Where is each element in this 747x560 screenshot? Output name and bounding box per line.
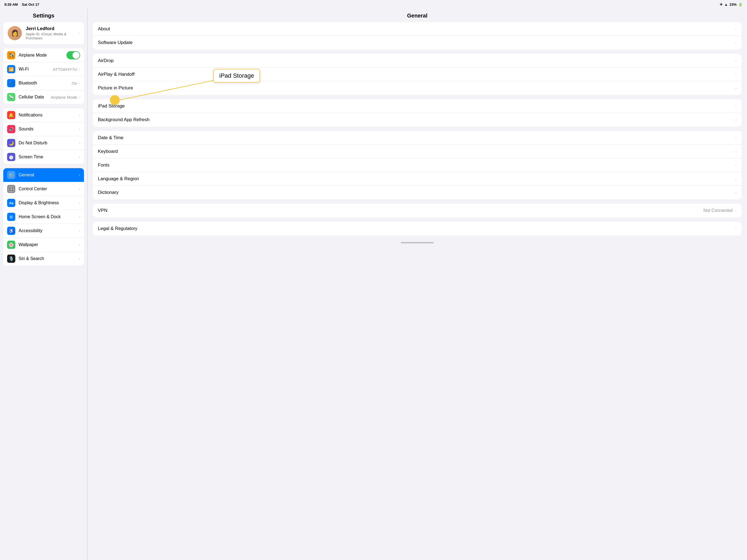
- sidebar-item-general[interactable]: ⚙️ General ›: [3, 168, 84, 182]
- content-group-3: iPad Storage › Background App Refresh ›: [93, 99, 742, 127]
- sidebar-item-control-center[interactable]: 🎛️ Control Center ›: [3, 182, 84, 196]
- profile-section[interactable]: 👩 Jerri Ledford Apple ID, iCloud, Media …: [3, 22, 84, 44]
- about-chevron: ›: [735, 27, 737, 31]
- content-group-6: Legal & Regulatory ›: [93, 222, 742, 235]
- screen-time-icon: ⏱️: [7, 153, 15, 161]
- content-item-vpn[interactable]: VPN Not Connected ›: [93, 204, 742, 218]
- sidebar-item-siri-search[interactable]: 🎙️ Siri & Search ›: [3, 252, 84, 265]
- accessibility-icon: ♿: [7, 227, 15, 235]
- airplay-handoff-label: AirPlay & Handoff: [98, 72, 734, 77]
- content-item-ipad-storage[interactable]: iPad Storage ›: [93, 99, 742, 113]
- keyboard-chevron: ›: [735, 149, 737, 154]
- content-item-background-refresh[interactable]: Background App Refresh ›: [93, 113, 742, 127]
- content-group-2: AirDrop › AirPlay & Handoff › Picture in…: [93, 54, 742, 95]
- wallpaper-chevron: ›: [79, 243, 80, 247]
- general-label: General: [19, 173, 79, 177]
- ipad-storage-label: iPad Storage: [98, 103, 734, 109]
- content-item-airplay-handoff[interactable]: AirPlay & Handoff ›: [93, 68, 742, 81]
- content-item-picture-in-picture[interactable]: Picture in Picture ›: [93, 81, 742, 95]
- general-icon: ⚙️: [7, 171, 15, 179]
- content-item-legal[interactable]: Legal & Regulatory ›: [93, 222, 742, 235]
- content-item-keyboard[interactable]: Keyboard ›: [93, 145, 742, 158]
- siri-search-icon: 🎙️: [7, 255, 15, 263]
- bluetooth-value: On: [72, 81, 77, 85]
- status-icons: ✈ ▲ 23% 🔋: [720, 2, 743, 6]
- sidebar-title: Settings: [0, 9, 87, 22]
- battery-percentage: 23%: [729, 2, 737, 6]
- sidebar-item-display[interactable]: Aa Display & Brightness ›: [3, 196, 84, 210]
- vpn-value: Not Connected: [703, 208, 733, 213]
- date-time-chevron: ›: [735, 136, 737, 140]
- sidebar-item-bluetooth[interactable]: 🔵 Bluetooth On ›: [3, 76, 84, 90]
- content-item-date-time[interactable]: Date & Time ›: [93, 131, 742, 145]
- software-update-label: Software Update: [98, 40, 734, 45]
- legal-chevron: ›: [735, 226, 737, 231]
- bluetooth-label: Bluetooth: [19, 81, 72, 85]
- status-time: 9:26 AM Sat Oct 17: [4, 2, 39, 6]
- sounds-icon: 🔊: [7, 125, 15, 133]
- dictionary-chevron: ›: [735, 190, 737, 195]
- home-screen-label: Home Screen & Dock: [19, 214, 79, 219]
- content-item-about[interactable]: About ›: [93, 22, 742, 36]
- sounds-label: Sounds: [19, 127, 79, 131]
- home-screen-chevron: ›: [79, 215, 80, 219]
- picture-in-picture-chevron: ›: [735, 86, 737, 90]
- content-title: General: [87, 9, 747, 22]
- content-item-dictionary[interactable]: Dictionary ›: [93, 186, 742, 199]
- airplane-mode-toggle[interactable]: [67, 51, 80, 59]
- cellular-chevron: ›: [79, 95, 80, 99]
- display-label: Display & Brightness: [19, 200, 79, 205]
- wifi-value: ATT54rHY7U: [53, 67, 77, 72]
- background-refresh-chevron: ›: [735, 118, 737, 122]
- sidebar-item-notifications[interactable]: 🔔 Notifications ›: [3, 108, 84, 122]
- airdrop-label: AirDrop: [98, 58, 734, 63]
- bluetooth-icon: 🔵: [7, 79, 15, 87]
- content-group-1: About › Software Update ›: [93, 22, 742, 50]
- content-item-language-region[interactable]: Language & Region ›: [93, 172, 742, 186]
- background-refresh-label: Background App Refresh: [98, 117, 734, 123]
- bluetooth-chevron: ›: [79, 81, 80, 85]
- display-chevron: ›: [79, 201, 80, 205]
- wifi-icon: 📶: [7, 65, 15, 73]
- content-item-airdrop[interactable]: AirDrop ›: [93, 54, 742, 68]
- settings-group-connectivity: ✈️ Airplane Mode 📶 Wi-Fi ATT54rHY7U › 🔵 …: [3, 48, 84, 104]
- sidebar-item-sounds[interactable]: 🔊 Sounds ›: [3, 122, 84, 136]
- siri-search-label: Siri & Search: [19, 256, 79, 261]
- profile-subtitle: Apple ID, iCloud, Media & Purchases: [26, 32, 74, 40]
- sounds-chevron: ›: [79, 127, 80, 131]
- sidebar-item-cellular[interactable]: 📡 Cellular Data Airplane Mode ›: [3, 90, 84, 104]
- ipad-storage-chevron: ›: [735, 104, 737, 108]
- sidebar-item-airplane-mode[interactable]: ✈️ Airplane Mode: [3, 48, 84, 62]
- sidebar-item-do-not-disturb[interactable]: 🌙 Do Not Disturb ›: [3, 136, 84, 150]
- sidebar-item-wifi[interactable]: 📶 Wi-Fi ATT54rHY7U ›: [3, 62, 84, 76]
- sidebar: Settings 👩 Jerri Ledford Apple ID, iClou…: [0, 9, 87, 560]
- home-screen-icon: ⊞: [7, 213, 15, 221]
- sidebar-item-screen-time[interactable]: ⏱️ Screen Time ›: [3, 150, 84, 164]
- notifications-label: Notifications: [19, 113, 79, 118]
- control-center-label: Control Center: [19, 186, 79, 192]
- content-item-software-update[interactable]: Software Update ›: [93, 36, 742, 50]
- settings-group-system: ⚙️ General › 🎛️ Control Center › Aa Disp…: [3, 168, 84, 265]
- sidebar-item-home-screen[interactable]: ⊞ Home Screen & Dock ›: [3, 210, 84, 224]
- accessibility-chevron: ›: [79, 229, 80, 233]
- content-item-fonts[interactable]: Fonts ›: [93, 158, 742, 172]
- wifi-label: Wi-Fi: [19, 67, 53, 72]
- control-center-chevron: ›: [79, 187, 80, 191]
- sidebar-item-accessibility[interactable]: ♿ Accessibility ›: [3, 224, 84, 238]
- airplay-handoff-chevron: ›: [735, 72, 737, 77]
- sidebar-item-wallpaper[interactable]: 🌸 Wallpaper ›: [3, 238, 84, 252]
- language-region-chevron: ›: [735, 177, 737, 181]
- dictionary-label: Dictionary: [98, 190, 734, 195]
- profile-chevron: ›: [78, 31, 80, 35]
- content-group-4: Date & Time › Keyboard › Fonts › Languag…: [93, 131, 742, 199]
- status-bar: 9:26 AM Sat Oct 17 ✈ ▲ 23% 🔋: [0, 0, 747, 9]
- control-center-icon: 🎛️: [7, 185, 15, 193]
- cellular-value: Airplane Mode: [51, 95, 77, 100]
- siri-search-chevron: ›: [79, 256, 80, 261]
- main-layout: Settings 👩 Jerri Ledford Apple ID, iClou…: [0, 9, 747, 560]
- fonts-chevron: ›: [735, 163, 737, 167]
- airplane-mode-icon: ✈️: [7, 51, 15, 59]
- content-area: General About › Software Update › AirDro…: [87, 9, 747, 560]
- wifi-status-icon: ▲: [724, 2, 728, 6]
- battery-icon: 🔋: [738, 2, 743, 6]
